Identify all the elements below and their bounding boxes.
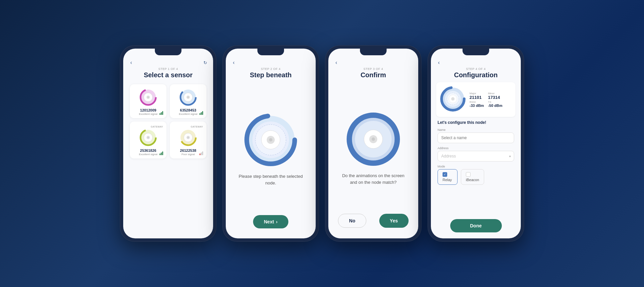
- screen-title-4: Configuration: [436, 71, 515, 79]
- sensor-signal-0: Excellent signal: [139, 113, 158, 116]
- gateway-badge-3: GATEWAY: [191, 126, 203, 128]
- sensor-card-3[interactable]: GATEWAY 26122538 Poor signal: [170, 122, 206, 158]
- minor-label: Minor: [488, 92, 502, 95]
- large-ring-3: [347, 113, 400, 166]
- sensor-id-2: 25361826: [140, 148, 157, 152]
- bar-3: [202, 111, 203, 115]
- signal-bars-1: [199, 111, 203, 115]
- done-button[interactable]: Done: [450, 219, 502, 232]
- notch-1: [155, 49, 181, 55]
- minor-value: 17314: [488, 95, 502, 100]
- step-label-2: STEP 2 OF 4: [231, 67, 310, 71]
- sensor-signal-1: Excellent signal: [179, 113, 197, 116]
- sensor-ring-0: [139, 88, 157, 106]
- large-ring-2: [244, 113, 297, 166]
- nav-bar-1: ‹ ↻: [123, 57, 213, 67]
- sensor-signal-3: Poor signal: [181, 153, 195, 156]
- phone-screen3: ‹ STEP 3 OF 4 Confirm Do the animations …: [325, 45, 422, 242]
- svg-point-4: [148, 97, 149, 98]
- relay-label: Relay: [443, 178, 452, 182]
- chevron-right-icon: ›: [276, 219, 278, 224]
- bar-1: [199, 113, 200, 115]
- bar-2: [161, 112, 162, 115]
- signal-bars-2: [160, 151, 163, 155]
- relay-checkbox: ✓: [443, 172, 447, 177]
- gateway-badge-2: GATEWAY: [151, 126, 163, 128]
- instruction-text-2: Please step beneath the selected node.: [231, 173, 310, 186]
- config-stats: Major 21101 Minor 17314 RSSI -33 dBm TX …: [470, 92, 502, 108]
- address-form-group: Address Address: [438, 146, 514, 161]
- refresh-icon-1[interactable]: ↻: [201, 59, 209, 67]
- mode-options: ✓ Relay iBeacon: [438, 169, 514, 185]
- sensor-card-0[interactable]: 12012009 Excellent signal: [130, 84, 166, 118]
- mode-form-group: Mode ✓ Relay iBeacon: [438, 165, 514, 185]
- bar-3: [162, 151, 163, 155]
- step-label-1: STEP 1 OF 4: [129, 67, 208, 71]
- svg-point-26: [269, 138, 272, 142]
- svg-point-38: [451, 97, 455, 101]
- address-form-label: Address: [438, 146, 514, 150]
- next-button[interactable]: Next ›: [253, 215, 288, 228]
- notch-2: [257, 49, 284, 55]
- step-label-3: STEP 3 OF 4: [334, 67, 413, 71]
- instruction-text-3: Do the animations on the screen and on t…: [334, 172, 413, 185]
- sensor-signal-2: Excellent signal: [139, 153, 158, 156]
- sensor-card-1[interactable]: 63528453 Excellent signal: [170, 84, 206, 118]
- major-value: 21101: [470, 95, 484, 100]
- checkmark-icon: ✓: [444, 173, 446, 176]
- name-form-label: Name: [438, 128, 514, 132]
- center-ring-wrap-3: Do the animations on the screen and on t…: [334, 84, 413, 214]
- sensor-id-0: 12012009: [140, 108, 157, 112]
- ibeacon-mode-card[interactable]: iBeacon: [461, 169, 484, 185]
- bar-2: [201, 112, 202, 115]
- signal-bars-3: [199, 151, 203, 155]
- name-form-group: Name: [438, 128, 514, 143]
- major-stat: Major 21101: [470, 92, 484, 100]
- config-info-card: Major 21101 Minor 17314 RSSI -33 dBm TX …: [436, 82, 515, 117]
- no-button[interactable]: No: [338, 214, 366, 228]
- svg-point-9: [187, 97, 189, 98]
- step-label-4: STEP 4 OF 4: [436, 67, 515, 71]
- name-input[interactable]: [438, 133, 514, 143]
- next-button-label: Next: [264, 219, 274, 224]
- bar-1: [160, 113, 161, 115]
- back-icon-2[interactable]: ‹: [230, 59, 238, 67]
- back-icon-3[interactable]: ‹: [332, 59, 340, 67]
- rssi-stat: RSSI -33 dBm: [470, 101, 484, 108]
- config-form: Let's configure this node! Name Address …: [436, 120, 515, 216]
- screen-title-2: Step beneath: [231, 71, 310, 79]
- sensor-ring-2: [139, 129, 157, 146]
- address-select[interactable]: Address: [438, 151, 514, 161]
- sensor-ring-3: [179, 129, 197, 146]
- bar-3: [162, 111, 163, 115]
- ibeacon-label: iBeacon: [466, 178, 479, 182]
- bar-2: [161, 152, 162, 155]
- center-ring-wrap-2: Please step beneath the selected node.: [231, 84, 310, 215]
- bar-3: [202, 151, 203, 155]
- config-subtitle: Let's configure this node!: [438, 120, 514, 125]
- back-icon-4[interactable]: ‹: [435, 59, 443, 67]
- sensor-id-1: 63528453: [180, 108, 196, 112]
- no-button-label: No: [349, 218, 355, 223]
- svg-point-14: [148, 137, 149, 138]
- svg-point-32: [372, 138, 375, 141]
- back-icon-1[interactable]: ‹: [127, 59, 135, 67]
- screen-title-3: Confirm: [334, 71, 413, 79]
- signal-bars-0: [160, 111, 163, 115]
- done-button-label: Done: [470, 223, 482, 228]
- phone-screen1: ‹ ↻ STEP 1 OF 4 Select a sensor: [120, 45, 216, 242]
- confirm-buttons: No Yes: [334, 214, 413, 230]
- major-label: Major: [470, 92, 484, 95]
- config-ring: [440, 86, 466, 114]
- bar-1: [160, 153, 161, 155]
- nav-bar-4: ‹: [431, 57, 521, 67]
- svg-point-19: [187, 137, 189, 138]
- phone-screen4: ‹ STEP 4 OF 4 Configuration: [428, 45, 524, 242]
- bar-2: [201, 152, 202, 155]
- mode-form-label: Mode: [438, 165, 514, 168]
- address-select-wrap: Address: [438, 151, 514, 161]
- sensor-id-3: 26122538: [180, 148, 196, 152]
- relay-mode-card[interactable]: ✓ Relay: [438, 169, 458, 185]
- yes-button[interactable]: Yes: [379, 214, 409, 228]
- sensor-card-2[interactable]: GATEWAY 25361826 Excellent signal: [130, 122, 166, 158]
